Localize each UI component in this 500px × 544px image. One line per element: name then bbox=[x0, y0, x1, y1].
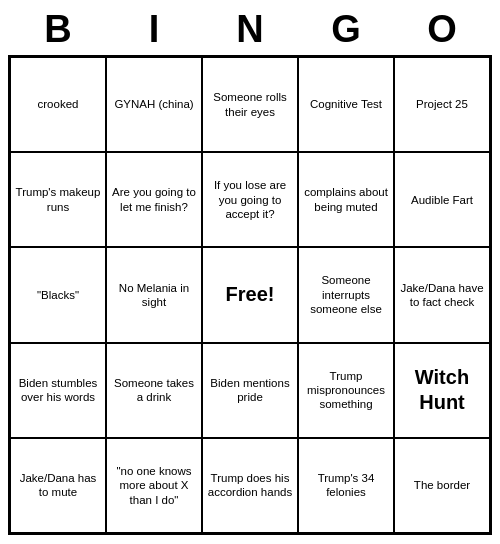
bingo-cell-22[interactable]: Trump does his accordion hands bbox=[202, 438, 298, 533]
letter-b: B bbox=[13, 8, 103, 51]
bingo-cell-6[interactable]: Are you going to let me finish? bbox=[106, 152, 202, 247]
bingo-grid: crookedGYNAH (china)Someone rolls their … bbox=[8, 55, 492, 535]
bingo-cell-12[interactable]: Free! bbox=[202, 247, 298, 342]
bingo-cell-15[interactable]: Biden stumbles over his words bbox=[10, 343, 106, 438]
bingo-cell-1[interactable]: GYNAH (china) bbox=[106, 57, 202, 152]
bingo-cell-2[interactable]: Someone rolls their eyes bbox=[202, 57, 298, 152]
bingo-cell-10[interactable]: "Blacks" bbox=[10, 247, 106, 342]
bingo-cell-18[interactable]: Trump mispronounces something bbox=[298, 343, 394, 438]
bingo-cell-24[interactable]: The border bbox=[394, 438, 490, 533]
bingo-cell-3[interactable]: Cognitive Test bbox=[298, 57, 394, 152]
bingo-cell-13[interactable]: Someone interrupts someone else bbox=[298, 247, 394, 342]
bingo-cell-4[interactable]: Project 25 bbox=[394, 57, 490, 152]
bingo-cell-17[interactable]: Biden mentions pride bbox=[202, 343, 298, 438]
bingo-cell-5[interactable]: Trump's makeup runs bbox=[10, 152, 106, 247]
bingo-cell-16[interactable]: Someone takes a drink bbox=[106, 343, 202, 438]
letter-i: I bbox=[109, 8, 199, 51]
bingo-cell-8[interactable]: complains about being muted bbox=[298, 152, 394, 247]
letter-n: N bbox=[205, 8, 295, 51]
bingo-header: B I N G O bbox=[10, 8, 490, 51]
bingo-cell-14[interactable]: Jake/Dana have to fact check bbox=[394, 247, 490, 342]
letter-g: G bbox=[301, 8, 391, 51]
bingo-cell-9[interactable]: Audible Fart bbox=[394, 152, 490, 247]
bingo-cell-23[interactable]: Trump's 34 felonies bbox=[298, 438, 394, 533]
bingo-cell-19[interactable]: Witch Hunt bbox=[394, 343, 490, 438]
bingo-cell-21[interactable]: "no one knows more about X than I do" bbox=[106, 438, 202, 533]
bingo-cell-0[interactable]: crooked bbox=[10, 57, 106, 152]
letter-o: O bbox=[397, 8, 487, 51]
bingo-cell-7[interactable]: If you lose are you going to accept it? bbox=[202, 152, 298, 247]
bingo-cell-20[interactable]: Jake/Dana has to mute bbox=[10, 438, 106, 533]
bingo-cell-11[interactable]: No Melania in sight bbox=[106, 247, 202, 342]
